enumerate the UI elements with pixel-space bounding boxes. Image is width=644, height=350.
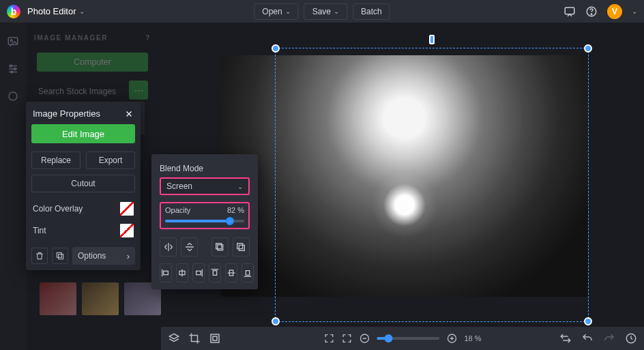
opacity-control: Opacity 82 %	[160, 202, 250, 229]
align-right-icon[interactable]	[192, 263, 205, 282]
svg-rect-10	[57, 252, 61, 257]
align-bottom-icon[interactable]	[241, 263, 254, 282]
background-icon[interactable]	[209, 332, 221, 345]
align-center-v-icon[interactable]	[225, 263, 237, 282]
svg-rect-17	[196, 271, 201, 274]
crop-icon[interactable]	[188, 332, 201, 345]
export-label: Export	[99, 156, 123, 165]
svg-point-8	[9, 92, 17, 100]
image-properties-panel: Image Properties Edit Image Replace Expo…	[26, 102, 141, 270]
bring-forward-icon[interactable]	[211, 237, 229, 257]
actual-size-icon[interactable]	[341, 333, 352, 344]
color-swatch-none-icon[interactable]	[120, 224, 134, 237]
misc-tool-icon[interactable]	[6, 90, 20, 102]
color-swatch-none-icon[interactable]	[120, 202, 134, 216]
duplicate-icon[interactable]	[52, 248, 68, 264]
resize-handle-tl[interactable]	[272, 44, 280, 53]
opacity-label: Opacity	[165, 206, 190, 214]
close-icon[interactable]	[124, 109, 134, 119]
flip-vertical-icon[interactable]	[181, 237, 198, 257]
panel-title: Image Properties	[33, 108, 100, 119]
flip-horizontal-icon[interactable]	[160, 237, 177, 257]
tint-row[interactable]: Tint	[31, 220, 135, 242]
app-logo: b	[7, 5, 20, 18]
edit-image-button[interactable]: Edit Image	[31, 124, 135, 143]
chevron-right-icon: ›	[127, 251, 130, 261]
align-top-icon[interactable]	[209, 263, 221, 282]
avatar-initial: V	[612, 7, 617, 16]
zoom-percent: 18 %	[464, 334, 481, 342]
replace-button[interactable]: Replace	[31, 151, 80, 169]
svg-rect-21	[211, 334, 219, 342]
save-button[interactable]: Save⌄	[304, 3, 347, 20]
chat-icon[interactable]	[564, 5, 576, 18]
more-sources-button: ⋯	[129, 81, 148, 100]
image-tool-icon[interactable]	[6, 35, 20, 48]
help-icon[interactable]	[585, 5, 598, 18]
chevron-down-icon[interactable]: ⌄	[632, 8, 637, 15]
stock-thumb	[40, 282, 76, 315]
align-center-h-icon[interactable]	[176, 263, 188, 282]
svg-rect-12	[216, 244, 222, 249]
search-stock-link: Search Stock Images	[38, 87, 147, 96]
tint-label: Tint	[33, 226, 46, 235]
left-tool-rail	[0, 23, 26, 350]
opacity-slider[interactable]	[165, 220, 244, 222]
svg-rect-20	[246, 271, 249, 276]
bottom-bar: 18 %	[161, 327, 644, 350]
user-avatar[interactable]: V	[607, 4, 622, 19]
blend-mode-value: Screen	[166, 181, 192, 191]
opacity-value: 82 %	[227, 206, 244, 214]
svg-rect-22	[213, 336, 217, 340]
options-button[interactable]: Options ›	[72, 247, 135, 265]
resize-handle-br[interactable]	[584, 317, 592, 325]
undo-icon[interactable]	[581, 332, 594, 345]
edit-image-label: Edit Image	[62, 129, 104, 139]
svg-rect-15	[164, 271, 169, 274]
top-bar: b Photo Editor ⌄ Open⌄ Save⌄ Batch V ⌄	[0, 0, 644, 23]
computer-label: Computer	[74, 57, 111, 67]
redo-icon[interactable]	[603, 332, 615, 345]
svg-rect-13	[237, 244, 243, 249]
resize-handle-bl[interactable]	[272, 317, 280, 325]
align-left-icon[interactable]	[160, 263, 172, 282]
chevron-down-icon: ⌄	[237, 183, 243, 190]
top-center-controls: Open⌄ Save⌄ Batch	[254, 3, 390, 20]
batch-label: Batch	[361, 7, 382, 16]
svg-rect-9	[59, 254, 63, 259]
save-label: Save	[312, 7, 331, 16]
history-icon[interactable]	[625, 332, 637, 345]
export-button[interactable]: Export	[86, 151, 135, 169]
send-backward-icon[interactable]	[233, 237, 250, 257]
image-manager-heading: IMAGE MANAGER	[34, 34, 108, 42]
chevron-down-icon: ⌄	[334, 8, 339, 15]
svg-rect-11	[218, 245, 223, 250]
layers-icon[interactable]	[168, 332, 180, 345]
fit-screen-icon[interactable]	[323, 333, 334, 344]
delete-icon[interactable]	[31, 248, 48, 264]
app-title-menu[interactable]: Photo Editor ⌄	[27, 6, 85, 16]
resize-handle-tr[interactable]	[584, 44, 592, 53]
color-overlay-row[interactable]: Color Overlay	[31, 198, 135, 220]
blend-mode-label: Blend Mode	[160, 164, 250, 173]
svg-rect-0	[565, 8, 574, 14]
compare-icon[interactable]	[559, 332, 572, 345]
zoom-in-icon[interactable]	[446, 333, 457, 344]
blend-mode-select[interactable]: Screen ⌄	[160, 177, 250, 195]
top-right: V ⌄	[564, 4, 637, 19]
computer-button: Computer	[37, 53, 148, 72]
chevron-down-icon: ⌄	[79, 8, 85, 15]
rotation-handle[interactable]	[429, 35, 435, 44]
svg-point-2	[591, 14, 592, 15]
canvas-stage: IMAGE MANAGER ? Computer ⋯ Search Stock …	[26, 23, 644, 327]
zoom-slider[interactable]	[377, 337, 439, 340]
selection-box[interactable]	[275, 48, 589, 322]
replace-label: Replace	[41, 156, 71, 165]
blend-mode-popover: Blend Mode Screen ⌄ Opacity 82 %	[151, 154, 258, 289]
adjust-tool-icon[interactable]	[6, 63, 20, 75]
app-title-label: Photo Editor	[27, 6, 76, 16]
cutout-button[interactable]: Cutout	[31, 175, 135, 192]
zoom-out-icon[interactable]	[359, 333, 370, 344]
open-button[interactable]: Open⌄	[254, 3, 298, 20]
batch-button[interactable]: Batch	[353, 3, 390, 20]
